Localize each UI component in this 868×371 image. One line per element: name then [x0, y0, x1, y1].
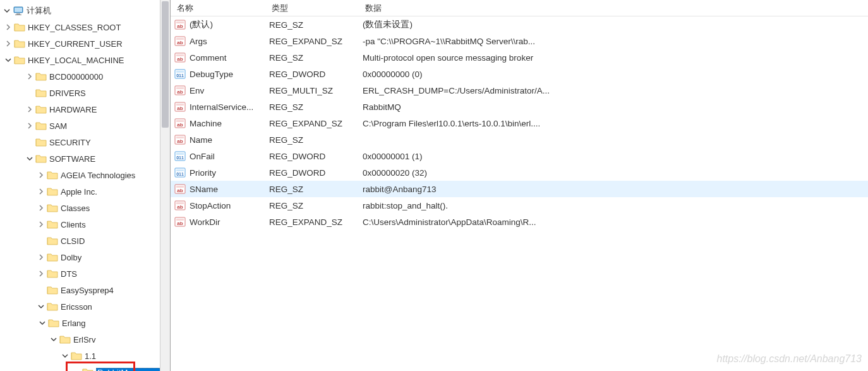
expand-toggle[interactable] [25, 154, 34, 163]
tree-item[interactable]: Classes [3, 200, 170, 216]
value-name: OnFail [190, 152, 269, 161]
tree-item-label[interactable]: Ericsson [61, 302, 170, 312]
value-row[interactable]: abCommentREG_SZMulti-protocol open sourc… [171, 49, 868, 66]
tree-item[interactable]: DTS [3, 265, 170, 282]
tree-item[interactable]: Dolby [3, 249, 170, 265]
tree-item[interactable]: SAM [3, 118, 170, 134]
svg-text:ab: ab [177, 221, 183, 226]
tree-item-label[interactable]: HKEY_CURRENT_USER [28, 39, 170, 49]
tree-item-label[interactable]: SAM [49, 121, 170, 131]
expand-toggle [25, 88, 34, 97]
value-row[interactable]: abInternalService...REG_SZRabbitMQ [171, 99, 868, 115]
expand-toggle[interactable] [37, 204, 45, 212]
expand-toggle [25, 138, 34, 147]
value-row[interactable]: abStopActionREG_SZrabbit:stop_and_halt()… [171, 197, 868, 214]
expand-toggle[interactable] [4, 39, 13, 48]
tree-item[interactable]: BCD00000000 [3, 68, 170, 85]
expand-toggle[interactable] [49, 335, 58, 344]
folder-icon [82, 367, 93, 371]
tree-item[interactable]: AGEIA Technologies [3, 167, 170, 183]
tree-item[interactable]: DRIVERS [3, 85, 170, 101]
tree-item-label[interactable]: Apple Inc. [61, 187, 170, 197]
tree-item-label[interactable]: DRIVERS [49, 88, 170, 98]
tree-root[interactable]: 计算机 [3, 3, 170, 19]
value-row[interactable]: abWorkDirREG_EXPAND_SZC:\Users\Administr… [171, 214, 868, 230]
expand-toggle[interactable] [4, 23, 13, 32]
expand-toggle[interactable] [4, 56, 13, 64]
expand-toggle[interactable] [25, 72, 34, 81]
tree-item[interactable]: HARDWARE [3, 101, 170, 118]
value-row[interactable]: 011DebugTypeREG_DWORD0x00000000 (0) [171, 66, 868, 82]
expand-toggle[interactable] [3, 6, 11, 15]
string-value-icon: ab [174, 19, 186, 30]
tree-item-label[interactable]: Clients [61, 220, 170, 229]
expand-toggle[interactable] [25, 121, 34, 130]
tree-item[interactable]: Ericsson [3, 298, 170, 315]
tree-item-label[interactable]: BCD00000000 [49, 72, 170, 82]
tree-item[interactable]: HKEY_CURRENT_USER [3, 35, 170, 52]
expand-toggle[interactable] [37, 253, 45, 262]
tree-item-label[interactable]: RabbitM [96, 368, 170, 372]
svg-text:011: 011 [176, 172, 184, 176]
tree-item[interactable]: Erlang [3, 315, 170, 331]
tree-item[interactable]: HKEY_LOCAL_MACHINE [3, 52, 170, 68]
value-row[interactable]: abMachineREG_EXPAND_SZC:\Program Files\e… [171, 115, 868, 131]
tree-item[interactable]: CLSID [3, 233, 170, 249]
computer-icon [13, 6, 24, 16]
tree-item-label[interactable]: 1.1 [85, 351, 170, 361]
tree-scrollbar-thumb[interactable] [162, 1, 169, 128]
expand-toggle[interactable] [37, 171, 45, 179]
column-header-type[interactable]: 类型 [265, 3, 359, 14]
value-row[interactable]: 011PriorityREG_DWORD0x00000020 (32) [171, 164, 868, 181]
tree-item-label[interactable]: Erlang [62, 319, 170, 328]
value-row[interactable]: abArgsREG_EXPAND_SZ -pa "C:\\PROGRA~1\\R… [171, 33, 868, 49]
list-body[interactable]: ab(默认)REG_SZ(数值未设置)abArgsREG_EXPAND_SZ -… [171, 16, 868, 371]
tree-item-label[interactable]: SECURITY [49, 138, 170, 147]
expand-toggle[interactable] [37, 187, 45, 196]
value-row[interactable]: abEnvREG_MULTI_SZERL_CRASH_DUMP=C:/Users… [171, 82, 868, 99]
tree-item[interactable]: RabbitM [3, 364, 170, 371]
value-row[interactable]: abNameREG_SZ [171, 131, 868, 148]
tree-item[interactable]: HKEY_CLASSES_ROOT [3, 19, 170, 35]
value-row[interactable]: abSNameREG_SZrabbit@Anbang713 [171, 181, 868, 197]
expand-toggle[interactable] [37, 220, 45, 229]
expand-toggle[interactable] [61, 351, 69, 360]
value-data: (数值未设置) [363, 19, 868, 30]
tree-item-label[interactable]: ErlSrv [73, 335, 170, 344]
expand-toggle[interactable] [37, 302, 45, 311]
tree-item[interactable]: ErlSrv [3, 331, 170, 348]
tree-item-label[interactable]: EasySysprep4 [61, 286, 170, 295]
expand-toggle[interactable] [25, 105, 34, 114]
tree-item[interactable]: SECURITY [3, 134, 170, 150]
tree-item[interactable]: Apple Inc. [3, 183, 170, 200]
tree-item-label[interactable]: Dolby [61, 253, 170, 262]
svg-rect-1 [15, 8, 22, 12]
value-data: -pa "C:\\PROGRA~1\\RabbitMQ Server\\rab.… [363, 37, 868, 46]
expand-toggle [37, 286, 45, 295]
registry-tree[interactable]: 计算机HKEY_CLASSES_ROOTHKEY_CURRENT_USERHKE… [3, 3, 170, 371]
tree-item-label[interactable]: HARDWARE [49, 105, 170, 114]
value-row[interactable]: 011OnFailREG_DWORD0x00000001 (1) [171, 148, 868, 164]
tree-item-label[interactable]: DTS [61, 269, 170, 279]
tree-item-label[interactable]: 计算机 [27, 5, 170, 16]
tree-scrollbar[interactable] [160, 0, 170, 371]
tree-item[interactable]: EasySysprep4 [3, 282, 170, 298]
tree-item-label[interactable]: HKEY_LOCAL_MACHINE [28, 56, 170, 65]
value-row[interactable]: ab(默认)REG_SZ(数值未设置) [171, 16, 868, 33]
tree-item-label[interactable]: SOFTWARE [49, 154, 170, 164]
tree-item[interactable]: SOFTWARE [3, 150, 170, 167]
column-header-name[interactable]: 名称 [171, 3, 265, 14]
tree-item-label[interactable]: HKEY_CLASSES_ROOT [28, 23, 170, 32]
value-data: ERL_CRASH_DUMP=C:/Users/Administrator/A.… [363, 86, 868, 95]
tree-item-label[interactable]: AGEIA Technologies [61, 171, 170, 180]
tree-item-label[interactable]: Classes [61, 204, 170, 213]
svg-text:ab: ab [177, 138, 183, 144]
tree-item-label[interactable]: CLSID [61, 236, 170, 246]
column-header-data[interactable]: 数据 [359, 3, 868, 14]
value-data: Multi-protocol open source messaging bro… [363, 53, 868, 63]
expand-toggle[interactable] [37, 269, 45, 278]
expand-toggle[interactable] [38, 319, 47, 327]
value-type: REG_EXPAND_SZ [269, 217, 363, 227]
tree-item[interactable]: Clients [3, 216, 170, 233]
tree-item[interactable]: 1.1 [3, 348, 170, 364]
